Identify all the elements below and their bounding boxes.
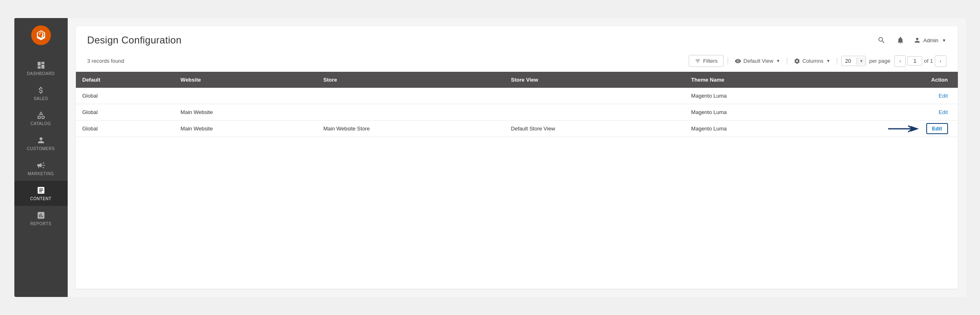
filters-label: Filters (703, 58, 717, 64)
sidebar-item-dashboard[interactable]: DASHBOARD (14, 56, 68, 81)
sidebar-item-sales[interactable]: SALES (14, 81, 68, 106)
arrow-icon (888, 123, 921, 134)
design-config-table: Default Website Store Store View Theme N… (76, 72, 958, 137)
cell-theme_name: Magento Luma (685, 121, 838, 137)
sidebar-nav: DASHBOARD SALES CATALOG (14, 56, 68, 231)
admin-label: Admin (923, 37, 939, 43)
cell-website: Main Website (174, 121, 317, 137)
sidebar-item-content[interactable]: CONTENT (14, 181, 68, 206)
col-website: Website (174, 72, 317, 88)
cell-default: Global (76, 88, 174, 104)
sidebar-item-marketing[interactable]: MARKETING (14, 156, 68, 181)
admin-user-icon (914, 37, 921, 44)
table-header: Default Website Store Store View Theme N… (76, 72, 958, 88)
table-container: Default Website Store Store View Theme N… (76, 72, 958, 289)
magento-logo-icon (35, 30, 47, 41)
sidebar-item-customers[interactable]: CUSTOMERS (14, 131, 68, 156)
table-header-row: Default Website Store Store View Theme N… (76, 72, 958, 88)
gear-icon (794, 58, 800, 64)
cell-store (317, 104, 504, 121)
sales-icon (37, 86, 46, 95)
eye-icon (735, 58, 741, 64)
pagination: ‹ 1 of 1 › (894, 55, 946, 67)
magento-logo (31, 25, 51, 45)
prev-page-button[interactable]: ‹ (894, 55, 906, 67)
sidebar-item-reports[interactable]: REPORTS (14, 206, 68, 231)
cell-store_view: Default Store View (505, 121, 685, 137)
content-card: Design Configuration (76, 26, 958, 289)
columns-button[interactable]: Columns ▼ (791, 56, 833, 66)
card-header: Design Configuration (76, 26, 958, 52)
next-page-button[interactable]: › (935, 55, 946, 67)
cell-action: Edit (838, 88, 958, 104)
main-content: Design Configuration (68, 18, 966, 297)
notifications-button[interactable] (895, 34, 906, 46)
view-chevron: ▼ (776, 59, 780, 63)
per-page-input[interactable] (842, 56, 857, 66)
page-title: Design Configuration (87, 34, 182, 46)
header-actions: Admin ▼ (876, 34, 946, 46)
cell-store_view (505, 104, 685, 121)
cell-theme_name: Magento Luma (685, 88, 838, 104)
toolbar-right: Filters Default View ▼ (689, 55, 946, 67)
catalog-icon (37, 111, 46, 120)
cell-store (317, 88, 504, 104)
toolbar-separator-2 (787, 57, 787, 65)
cell-default: Global (76, 104, 174, 121)
default-view-label: Default View (743, 58, 773, 64)
page-of-label: of (924, 58, 928, 64)
current-page: 1 (907, 56, 922, 66)
table-row: GlobalMagento LumaEdit (76, 88, 958, 104)
col-store: Store (317, 72, 504, 88)
search-button[interactable] (876, 34, 887, 46)
table-row: GlobalMain WebsiteMagento LumaEdit (76, 104, 958, 121)
total-pages: 1 (930, 58, 933, 64)
arrow-annotation (888, 123, 921, 134)
per-page-select[interactable]: ▼ (841, 56, 866, 66)
cell-website (174, 88, 317, 104)
default-view-button[interactable]: Default View ▼ (732, 56, 783, 66)
edit-button-highlighted[interactable]: Edit (926, 123, 948, 134)
filters-button[interactable]: Filters (689, 55, 724, 67)
toolbar-separator (728, 57, 728, 65)
dashboard-icon (37, 61, 46, 70)
columns-label: Columns (802, 58, 823, 64)
svg-marker-0 (911, 126, 919, 132)
dashboard-label: DASHBOARD (27, 71, 55, 76)
col-theme-name: Theme Name (685, 72, 838, 88)
outer-wrapper: DASHBOARD SALES CATALOG (0, 0, 980, 315)
cell-website: Main Website (174, 104, 317, 121)
cell-action: Edit (838, 104, 958, 121)
per-page-label: per page (869, 58, 890, 64)
customers-label: CUSTOMERS (27, 146, 55, 151)
table-row: GlobalMain WebsiteMain Website StoreDefa… (76, 121, 958, 137)
bell-icon (896, 36, 905, 44)
columns-chevron: ▼ (826, 59, 830, 63)
content-label: CONTENT (30, 196, 52, 201)
cell-default: Global (76, 121, 174, 137)
sidebar-logo (14, 18, 68, 52)
filter-icon (695, 58, 701, 64)
marketing-icon (37, 161, 46, 170)
card-toolbar: 3 records found Filters (76, 52, 958, 72)
catalog-label: CATALOG (31, 121, 51, 126)
table-body: GlobalMagento LumaEditGlobalMain Website… (76, 88, 958, 137)
edit-link[interactable]: Edit (939, 93, 948, 99)
reports-label: REPORTS (30, 221, 52, 226)
cell-store: Main Website Store (317, 121, 504, 137)
cell-store_view (505, 88, 685, 104)
search-icon (877, 36, 886, 44)
customers-icon (37, 136, 46, 145)
records-count: 3 records found (87, 58, 124, 64)
sidebar-item-catalog[interactable]: CATALOG (14, 106, 68, 131)
per-page-arrow-icon[interactable]: ▼ (857, 57, 866, 65)
cell-action: Edit (838, 121, 958, 137)
sales-label: SALES (34, 96, 48, 101)
col-default: Default (76, 72, 174, 88)
sidebar: DASHBOARD SALES CATALOG (14, 18, 68, 297)
col-action: Action (838, 72, 958, 88)
admin-menu-button[interactable]: Admin ▼ (914, 37, 946, 44)
col-store-view: Store View (505, 72, 685, 88)
admin-chevron-icon: ▼ (942, 38, 946, 43)
edit-link[interactable]: Edit (939, 109, 948, 115)
